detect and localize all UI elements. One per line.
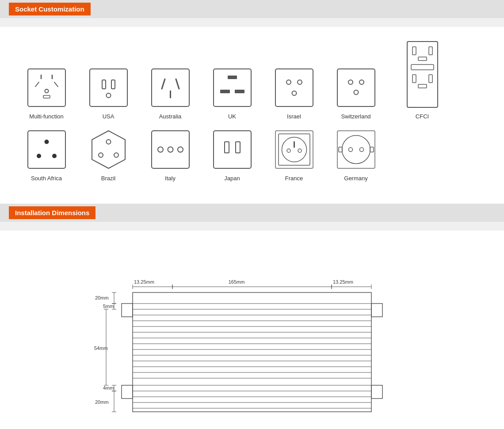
socket-item-usa: USA (80, 67, 137, 120)
socket-section: Multi-function USA (0, 27, 504, 204)
germany-icon (335, 129, 377, 171)
socket-item-italy: Italy (141, 129, 199, 182)
svg-point-41 (99, 153, 103, 157)
italy-label: Italy (165, 175, 176, 182)
svg-rect-0 (28, 69, 65, 106)
svg-point-38 (52, 154, 57, 158)
diagram-container: 13.25mm 165mm 13.25mm 20mm (18, 253, 486, 429)
dim-left-20bot: 20mm (95, 399, 109, 405)
svg-rect-64 (371, 304, 382, 317)
svg-point-36 (44, 140, 49, 144)
brazil-label: Brazil (101, 175, 116, 182)
socket-item-switzerland: Switzerland (327, 67, 385, 120)
svg-rect-19 (275, 69, 313, 106)
socket-item-southafrica: South Africa (18, 129, 75, 182)
svg-rect-8 (102, 80, 106, 89)
dim-left-54mm: 54mm (94, 345, 108, 351)
svg-point-45 (168, 147, 173, 152)
svg-point-52 (282, 137, 306, 162)
svg-rect-6 (43, 95, 50, 98)
svg-rect-11 (152, 69, 189, 106)
uk-icon (211, 67, 253, 109)
multifunction-icon (26, 67, 68, 109)
svg-point-46 (178, 147, 183, 152)
japan-label: Japan (224, 175, 240, 182)
svg-rect-7 (90, 69, 127, 106)
svg-rect-30 (418, 57, 427, 61)
germany-label: Germany (344, 175, 367, 182)
svg-rect-48 (225, 142, 229, 153)
svg-rect-43 (152, 131, 189, 168)
france-icon (273, 129, 315, 171)
svg-line-13 (176, 79, 179, 89)
socket-item-israel: Israel (265, 67, 323, 120)
switzerland-label: Switzerland (341, 113, 370, 120)
italy-icon (149, 129, 191, 171)
svg-rect-29 (429, 47, 432, 55)
svg-point-21 (298, 80, 302, 84)
socket-item-france: France (265, 129, 323, 182)
socket-item-germany: Germany (327, 129, 385, 182)
svg-marker-39 (92, 131, 125, 168)
japan-icon (211, 129, 253, 171)
multifunction-label: Multi-function (29, 113, 63, 120)
dim-top-center: 165mm (229, 279, 245, 285)
uk-label: UK (228, 113, 236, 120)
svg-rect-15 (214, 69, 251, 106)
svg-rect-16 (228, 76, 237, 79)
socket-section-header: Socket Customization (9, 3, 91, 15)
svg-point-57 (342, 136, 370, 164)
socket-row-2: South Africa Brazil (18, 129, 486, 182)
svg-point-61 (359, 148, 363, 152)
usa-icon (88, 67, 130, 109)
socket-item-multifunction: Multi-function (18, 67, 75, 120)
socket-item-uk: UK (203, 67, 261, 120)
svg-point-40 (106, 140, 111, 144)
install-section-bar: Installation Dimensions (0, 204, 504, 222)
switzerland-icon (335, 67, 377, 109)
svg-rect-49 (236, 142, 240, 153)
svg-point-60 (348, 148, 352, 152)
svg-rect-33 (429, 75, 432, 83)
svg-point-44 (158, 147, 163, 152)
socket-item-brazil: Brazil (80, 129, 137, 182)
southafrica-icon (26, 129, 68, 171)
svg-rect-32 (412, 75, 416, 83)
dim-left-5mm: 5mm (103, 304, 114, 309)
svg-rect-63 (122, 385, 133, 399)
socket-item-japan: Japan (203, 129, 261, 182)
svg-rect-34 (418, 84, 427, 88)
svg-rect-56 (337, 131, 375, 168)
southafrica-label: South Africa (31, 175, 62, 182)
svg-rect-23 (337, 69, 375, 106)
svg-rect-27 (407, 42, 438, 107)
installation-diagram: 13.25mm 165mm 13.25mm 20mm (86, 253, 418, 429)
socket-row-1: Multi-function USA (18, 40, 486, 120)
svg-point-5 (45, 89, 48, 93)
svg-rect-65 (371, 385, 382, 399)
install-section: 13.25mm 165mm 13.25mm 20mm (0, 231, 504, 429)
cfci-icon (406, 40, 439, 109)
svg-rect-50 (275, 131, 313, 168)
svg-rect-51 (279, 134, 310, 165)
svg-line-4 (54, 82, 58, 87)
svg-rect-66 (133, 292, 371, 412)
svg-point-26 (354, 90, 358, 95)
dim-left-4mm: 4mm (103, 385, 114, 391)
svg-line-12 (162, 79, 165, 89)
socket-item-cfci: CFCI (398, 40, 447, 120)
svg-rect-18 (235, 90, 244, 93)
svg-rect-47 (214, 131, 251, 168)
svg-rect-17 (220, 90, 230, 93)
svg-rect-62 (122, 304, 133, 317)
svg-rect-31 (411, 65, 434, 70)
dim-left-20top: 20mm (95, 295, 109, 300)
svg-point-55 (298, 149, 302, 152)
svg-point-20 (286, 80, 291, 84)
israel-label: Israel (287, 113, 301, 120)
israel-icon (273, 67, 315, 109)
svg-rect-9 (111, 80, 115, 89)
socket-item-australia: Australia (141, 67, 199, 120)
svg-point-24 (348, 80, 353, 84)
svg-line-3 (35, 82, 39, 87)
